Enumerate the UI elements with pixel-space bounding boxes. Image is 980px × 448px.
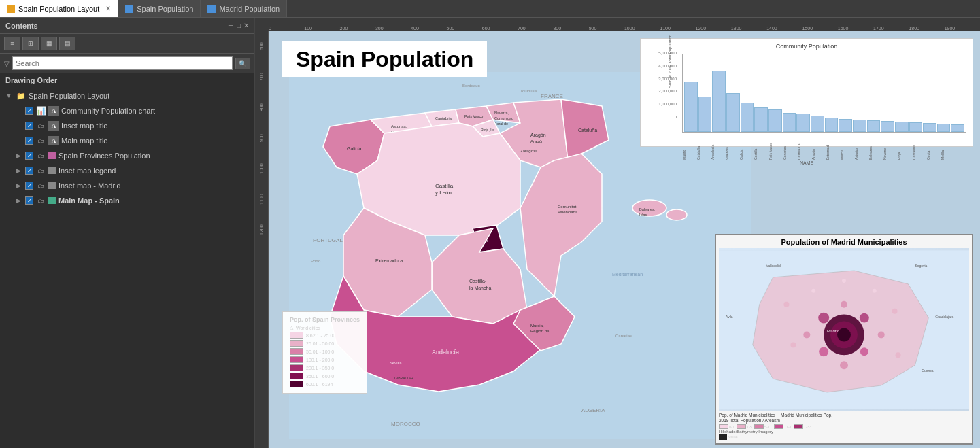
thumbnail-view-btn[interactable]: ⊞ [22, 37, 39, 50]
svg-point-42 [860, 313, 869, 323]
ruler-left-marks: 600700800900100011001200 [255, 31, 268, 245]
madrid-map-bg: Valladolid Segovia Cuenca Avila Guadalaj… [719, 248, 969, 411]
a-icon3: A [48, 136, 59, 145]
tree-item-root[interactable]: ▼ 📁 Spain Population Layout [0, 88, 254, 103]
legend-item-4: 100.1 - 200.0 [290, 356, 360, 363]
tree-item-inset-title[interactable]: 🗂 A Inset map title [0, 118, 254, 133]
svg-text:Castilla: Castilla [435, 183, 454, 189]
svg-text:Porto: Porto [311, 259, 321, 263]
svg-text:Guadalajara: Guadalajara [935, 315, 953, 319]
pin-icon[interactable]: ⊣ [228, 22, 234, 29]
legend-label: Inset map legend [58, 167, 116, 175]
map-area: 0100200300400500600700800900100011001200… [255, 18, 980, 448]
tab-layout-close[interactable]: ✕ [105, 5, 111, 12]
provinces-icon2 [48, 152, 56, 159]
checkbox-main-title[interactable] [25, 137, 33, 145]
search-button[interactable]: 🔍 [235, 58, 250, 69]
tree-item-inset-legend[interactable]: ▶ 🗂 Inset map legend [0, 163, 254, 178]
filter-icon: ▽ [4, 60, 10, 67]
tab-layout[interactable]: Spain Population Layout ✕ [0, 0, 118, 17]
ruler-marks: 0100200300400500600700800900100011001200… [255, 18, 980, 31]
sidebar-title: Contents [5, 22, 38, 30]
map-canvas[interactable]: Spain Population Galicia Asturias,Princi… [269, 31, 980, 448]
expand-provinces[interactable]: ▶ [14, 152, 23, 159]
legend-color-3 [290, 348, 303, 355]
svg-text:y León: y León [435, 190, 452, 196]
legend-color-4 [290, 356, 303, 363]
madrid-color-legend: 0-1 1-5 5-11 11-1 1-33 [719, 424, 969, 429]
search-input[interactable] [12, 56, 233, 70]
collapse-btn[interactable]: ▦ [41, 37, 57, 50]
legend-item-1: 8.62.1 - 25.00 [290, 332, 360, 339]
inset-title-icon: 🗂 [35, 121, 46, 131]
expand-main-map[interactable]: ▶ [14, 197, 23, 204]
legend-color-2 [290, 340, 303, 347]
svg-text:Cataluña: Cataluña [578, 128, 597, 133]
tree-item-main-map[interactable]: ▶ 🗂 Main Map - Spain [0, 193, 254, 208]
expand-icon[interactable]: ▼ [4, 92, 14, 99]
madrid-tab-icon [207, 5, 216, 13]
tab-spain-label: Spain Population [137, 5, 193, 13]
svg-point-49 [783, 302, 789, 307]
chart-icon: 📊 [35, 106, 46, 116]
svg-text:Castilla-: Castilla- [469, 279, 487, 283]
close-icon[interactable]: ✕ [243, 22, 249, 29]
svg-point-21 [666, 209, 687, 220]
svg-text:la Mancha: la Mancha [469, 286, 491, 290]
community-chart: Community Population 5,000,000 4,000,000… [640, 38, 973, 147]
tab-spain[interactable]: Spain Population [118, 0, 201, 17]
chart-y-label: Sum of 2019 Total Population [668, 35, 672, 88]
svg-text:Cantabria: Cantabria [435, 116, 452, 120]
checkbox-legend[interactable] [25, 167, 33, 175]
madrid-icon2 [48, 182, 56, 189]
checkbox-inset-title[interactable] [25, 122, 33, 130]
expand-legend[interactable]: ▶ [14, 167, 23, 174]
svg-text:Avila: Avila [726, 315, 733, 319]
svg-point-53 [842, 279, 846, 283]
float-icon[interactable]: □ [237, 22, 241, 29]
svg-text:Sevilla: Sevilla [390, 361, 402, 365]
community-chart-title: Community Population [645, 43, 968, 50]
svg-text:Extremadura: Extremadura [375, 258, 403, 263]
svg-text:GIBRALTAR: GIBRALTAR [394, 376, 413, 380]
sidebar: Contents ⊣ □ ✕ ≡ ⊞ ▦ ▤ ▽ 🔍 Drawing Order… [0, 18, 255, 448]
provinces-icon: 🗂 [35, 151, 46, 160]
sidebar-controls: ⊣ □ ✕ [228, 22, 249, 29]
legend-icon: 🗂 [35, 166, 46, 175]
svg-point-47 [841, 301, 847, 308]
inset-madrid-label: Inset map - Madrid [58, 182, 121, 190]
svg-text:País Vasco: País Vasco [464, 114, 483, 118]
svg-point-54 [811, 289, 815, 293]
legend-world-cities: △ World cities [290, 325, 360, 330]
checkbox-provinces[interactable] [25, 152, 33, 160]
spain-tab-icon [125, 5, 133, 13]
legend-color-6 [290, 373, 303, 379]
checkbox-madrid[interactable] [25, 182, 33, 190]
list-view-btn[interactable]: ≡ [4, 37, 20, 50]
legend-item-7: 600.1 - 6194 [290, 381, 360, 387]
tree-item-community-chart[interactable]: 📊 A Community Population chart [0, 103, 254, 118]
legend-color-5 [290, 364, 303, 371]
community-chart-label: Community Population chart [61, 107, 155, 115]
tree-item-spain-provinces[interactable]: ▶ 🗂 Spain Provinces Population [0, 148, 254, 163]
legend-color-1 [290, 332, 303, 339]
svg-point-43 [819, 347, 828, 356]
map-title: Spain Population [296, 47, 473, 71]
svg-text:Galicia: Galicia [347, 146, 362, 151]
svg-text:Aragón: Aragón [530, 139, 543, 143]
expand-madrid[interactable]: ▶ [14, 182, 23, 189]
tree-item-main-title[interactable]: 🗂 A Main map title [0, 133, 254, 148]
search-box: ▽ 🔍 [0, 54, 254, 73]
svg-text:MOROCCO: MOROCCO [391, 421, 420, 427]
tab-madrid[interactable]: Madrid Population [201, 0, 287, 17]
svg-text:Canarias: Canarias [615, 334, 632, 338]
svg-text:Madrid: Madrid [827, 329, 839, 333]
main-layout: Contents ⊣ □ ✕ ≡ ⊞ ▦ ▤ ▽ 🔍 Drawing Order… [0, 18, 980, 448]
checkbox-main-map[interactable] [25, 196, 33, 205]
checkbox-community[interactable] [25, 107, 33, 115]
expand-btn[interactable]: ▤ [59, 37, 75, 50]
svg-text:Baleares,: Baleares, [639, 207, 656, 211]
svg-text:Cuenca: Cuenca [922, 369, 933, 373]
svg-text:Valenciana: Valenciana [558, 210, 578, 214]
tree-item-inset-madrid[interactable]: ▶ 🗂 Inset map - Madrid [0, 178, 254, 193]
